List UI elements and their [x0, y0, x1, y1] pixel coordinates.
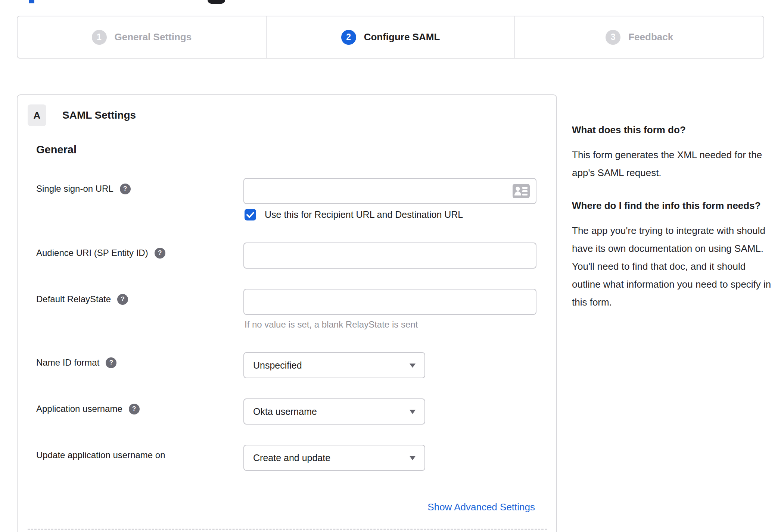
recipient-url-checkbox-row[interactable]: Use this for Recipient URL and Destinati…: [245, 209, 463, 220]
default-relaystate-input[interactable]: [243, 289, 536, 315]
step-configure-saml[interactable]: 2 Configure SAML: [266, 16, 515, 58]
help-question-1: What does this form do?: [572, 123, 774, 137]
update-application-username-selected-value: Create and update: [253, 453, 330, 463]
caret-down-icon: [410, 456, 416, 460]
update-application-username-label: Update application username on: [36, 450, 165, 461]
default-relaystate-field-wrap: [243, 289, 536, 315]
wizard-stepper: 1 General Settings 2 Configure SAML 3 Fe…: [17, 16, 764, 59]
group-title-general: General: [36, 144, 77, 156]
step-1-number-badge: 1: [92, 30, 107, 45]
panel-header: A SAML Settings: [28, 104, 136, 126]
show-advanced-settings-link[interactable]: Show Advanced Settings: [427, 501, 535, 513]
step-3-number-badge: 3: [606, 30, 620, 45]
update-application-username-label-text: Update application username on: [36, 450, 165, 461]
help-icon[interactable]: ?: [129, 404, 140, 414]
default-relaystate-label: Default RelayState ?: [36, 294, 128, 305]
step-3-label: Feedback: [628, 31, 673, 43]
audience-uri-label: Audience URI (SP Entity ID) ?: [36, 247, 165, 259]
help-sidebar: What does this form do? This form genera…: [572, 123, 774, 311]
dashed-section-divider: [28, 529, 547, 530]
application-username-select[interactable]: Okta username: [243, 398, 425, 425]
single-sign-on-url-input[interactable]: [243, 178, 536, 204]
saml-settings-panel: A SAML Settings General Single sign-on U…: [17, 94, 557, 532]
checkbox-checked-icon[interactable]: [245, 209, 256, 220]
relaystate-hint-text: If no value is set, a blank RelayState i…: [245, 319, 418, 330]
help-answer-2: The app you're trying to integrate with …: [572, 222, 774, 311]
application-username-selected-value: Okta username: [253, 406, 317, 417]
top-edge-title-descender: [208, 0, 225, 4]
audience-uri-input[interactable]: [243, 242, 536, 269]
name-id-format-label: Name ID format ?: [36, 357, 116, 368]
caret-down-icon: [410, 410, 416, 414]
help-icon[interactable]: ?: [117, 294, 128, 305]
audience-uri-field-wrap: [243, 242, 536, 269]
contact-card-icon: [513, 184, 530, 198]
single-sign-on-url-field-wrap: [243, 178, 536, 204]
default-relaystate-label-text: Default RelayState: [36, 294, 111, 305]
help-icon[interactable]: ?: [120, 184, 131, 194]
section-a-badge: A: [28, 104, 46, 126]
panel-title: SAML Settings: [62, 109, 136, 121]
caret-down-icon: [410, 364, 416, 368]
single-sign-on-url-label-text: Single sign-on URL: [36, 183, 113, 194]
application-username-label-text: Application username: [36, 403, 122, 414]
name-id-format-selected-value: Unspecified: [253, 360, 302, 371]
help-answer-1: This form generates the XML needed for t…: [572, 146, 774, 182]
step-feedback[interactable]: 3 Feedback: [514, 16, 763, 58]
single-sign-on-url-label: Single sign-on URL ?: [36, 183, 131, 194]
application-username-label: Application username ?: [36, 403, 140, 414]
name-id-format-select[interactable]: Unspecified: [243, 352, 425, 378]
audience-uri-label-text: Audience URI (SP Entity ID): [36, 247, 148, 259]
step-2-number-badge: 2: [341, 30, 356, 45]
step-2-label: Configure SAML: [364, 31, 440, 43]
update-application-username-select[interactable]: Create and update: [243, 445, 425, 471]
top-edge-fragment-blue: [29, 0, 34, 3]
help-question-2: Where do I find the info this form needs…: [572, 199, 774, 213]
help-icon[interactable]: ?: [155, 248, 165, 259]
name-id-format-label-text: Name ID format: [36, 357, 99, 368]
step-general-settings[interactable]: 1 General Settings: [18, 16, 266, 58]
recipient-url-checkbox-label: Use this for Recipient URL and Destinati…: [265, 209, 463, 220]
step-1-label: General Settings: [115, 31, 192, 43]
help-icon[interactable]: ?: [106, 357, 116, 368]
